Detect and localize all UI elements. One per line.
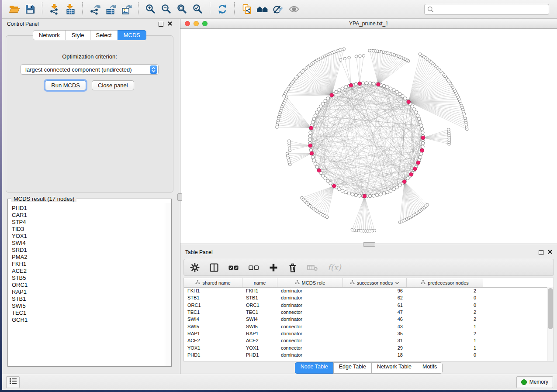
optimization-criterion-select[interactable]: largest connected component (undirected) <box>21 64 159 75</box>
mcds-result-item[interactable]: PHD1 <box>12 205 165 212</box>
add-column-icon[interactable] <box>268 262 279 273</box>
mcds-result-item[interactable]: PMA2 <box>12 254 165 261</box>
cell-successor-nodes: 29 <box>343 345 407 351</box>
table-row[interactable]: ORC1ORC1dominator610 <box>184 302 547 309</box>
vizmap-style-icon[interactable] <box>270 1 286 17</box>
float-table-panel-button[interactable] <box>539 250 543 255</box>
vertical-splitter-grip[interactable] <box>177 193 182 201</box>
network-graph[interactable] <box>180 29 557 244</box>
cell-successor-nodes: 62 <box>343 295 407 300</box>
tab-edge-table[interactable]: Edge Table <box>333 362 372 374</box>
delete-column-icon[interactable] <box>287 262 298 273</box>
close-table-panel-button[interactable] <box>548 249 552 255</box>
mcds-result-item[interactable]: TID3 <box>12 226 165 233</box>
export-network-icon[interactable] <box>87 1 103 17</box>
vertical-splitter[interactable] <box>177 19 180 374</box>
table-panel-tabs: Node TableEdge TableNetwork TableMotifs <box>180 361 557 374</box>
cell-shared-name: SWI5 <box>184 324 242 329</box>
search-input[interactable] <box>424 4 549 15</box>
cell-predecessor-nodes: 0 <box>407 295 483 300</box>
network-view-window: YPA_prune.txt_1 <box>180 19 557 244</box>
table-scrollbar-thumb[interactable] <box>548 288 553 329</box>
tab-mcds[interactable]: MCDS <box>118 30 146 40</box>
float-panel-button[interactable] <box>159 22 163 27</box>
cell-predecessor-nodes: 2 <box>407 331 483 336</box>
memory-button[interactable]: Memory <box>516 376 553 388</box>
maximize-window-icon[interactable] <box>202 21 208 26</box>
tab-motifs[interactable]: Motifs <box>417 362 443 374</box>
horizontal-splitter[interactable] <box>180 244 557 247</box>
mcds-result-item[interactable]: RAP1 <box>12 289 165 296</box>
select-all-columns-icon[interactable] <box>228 262 239 273</box>
table-row[interactable]: SWI5SWI5connector431 <box>184 323 547 330</box>
task-history-button[interactable] <box>6 376 20 388</box>
tab-network[interactable]: Network <box>33 30 66 40</box>
cell-name: SWI5 <box>242 324 277 329</box>
network-canvas[interactable] <box>180 29 557 244</box>
cell-successor-nodes: 35 <box>343 331 407 336</box>
column-header-successor-nodes[interactable]: successor nodes <box>343 278 407 287</box>
table-row[interactable]: FKH1FKH1dominator962 <box>184 287 547 294</box>
mcds-result-item[interactable]: GCR1 <box>12 316 165 323</box>
cell-shared-name: STB1 <box>184 295 242 300</box>
mcds-result-item[interactable]: STB1 <box>12 296 165 303</box>
main-toolbar <box>2 0 557 19</box>
cell-predecessor-nodes: 0 <box>407 303 483 308</box>
import-table-icon[interactable] <box>62 1 78 17</box>
table-scrollbar[interactable] <box>547 287 554 361</box>
apply-layout-icon[interactable] <box>214 1 230 17</box>
tab-select[interactable]: Select <box>90 30 118 40</box>
mcds-result-item[interactable]: ACE2 <box>12 268 165 275</box>
run-mcds-button[interactable]: Run MCDS <box>45 80 86 90</box>
save-session-icon[interactable] <box>22 1 38 17</box>
tab-network-table[interactable]: Network Table <box>371 362 417 374</box>
deselect-all-columns-icon[interactable] <box>248 262 259 273</box>
column-header-predecessor-nodes[interactable]: predecessor nodes <box>407 278 483 287</box>
zoom-in-icon[interactable] <box>143 1 159 17</box>
column-header-mcds-role[interactable]: MCDS role <box>277 278 343 287</box>
network-overview-icon[interactable] <box>255 1 270 17</box>
cell-mcds-role: connector <box>277 338 343 343</box>
table-settings-icon[interactable] <box>190 262 200 273</box>
zoom-fit-icon[interactable] <box>174 1 190 17</box>
table-row[interactable]: STB1STB1dominator620 <box>184 294 547 301</box>
table-row[interactable]: RAP1RAP1dominator352 <box>184 330 547 337</box>
tab-style[interactable]: Style <box>66 30 90 40</box>
table-row[interactable]: SWI4SWI4dominator462 <box>184 316 547 323</box>
tab-node-table[interactable]: Node Table <box>295 362 334 374</box>
cell-successor-nodes: 18 <box>343 352 407 358</box>
export-image-icon[interactable] <box>118 1 134 17</box>
mcds-result-item[interactable]: FKH1 <box>12 261 165 268</box>
zoom-selected-icon[interactable] <box>190 1 206 17</box>
export-table-icon[interactable] <box>103 1 118 17</box>
mcds-result-item[interactable]: STP4 <box>12 219 165 226</box>
mcds-result-item[interactable]: ORC1 <box>12 282 165 289</box>
duplicate-network-icon[interactable] <box>239 1 255 17</box>
table-row[interactable]: PHD1PHD1dominator180 <box>184 351 547 358</box>
column-header-name[interactable]: name <box>242 278 277 287</box>
table-row[interactable]: ACE2ACE2connector311 <box>184 337 547 344</box>
open-session-icon[interactable] <box>7 1 22 17</box>
table-row[interactable]: TEC1TEC1connector472 <box>184 309 547 316</box>
column-header-shared-name[interactable]: shared name <box>184 278 242 287</box>
minimize-window-icon[interactable] <box>194 21 199 26</box>
mcds-result-item[interactable]: CAR1 <box>12 212 165 219</box>
show-hide-icon[interactable] <box>286 1 302 17</box>
import-network-icon[interactable] <box>47 1 62 17</box>
mcds-result-item[interactable]: TEC1 <box>12 309 165 316</box>
mcds-result-item[interactable]: YOX1 <box>12 233 165 240</box>
mcds-result-item[interactable]: STB5 <box>12 275 165 282</box>
mcds-result-item[interactable]: SRD1 <box>12 247 165 254</box>
table-row[interactable]: YOX1YOX1connector291 <box>184 344 547 351</box>
zoom-out-icon[interactable] <box>159 1 174 17</box>
mcds-result-item[interactable]: SWI4 <box>12 240 165 247</box>
close-window-icon[interactable] <box>185 21 190 26</box>
mcds-result-list: PHD1CAR1STP4TID3YOX1SWI4SRD1PMA2FKH1ACE2… <box>8 203 165 366</box>
mcds-list-scrollbar[interactable] <box>165 203 171 366</box>
network-view-titlebar: YPA_prune.txt_1 <box>180 19 557 29</box>
horizontal-splitter-grip[interactable] <box>363 242 375 247</box>
close-panel-button-mcds[interactable]: Close panel <box>92 80 134 90</box>
show-columns-icon[interactable] <box>209 262 219 273</box>
mcds-result-item[interactable]: SWI5 <box>12 303 165 309</box>
close-panel-button[interactable] <box>168 21 172 27</box>
